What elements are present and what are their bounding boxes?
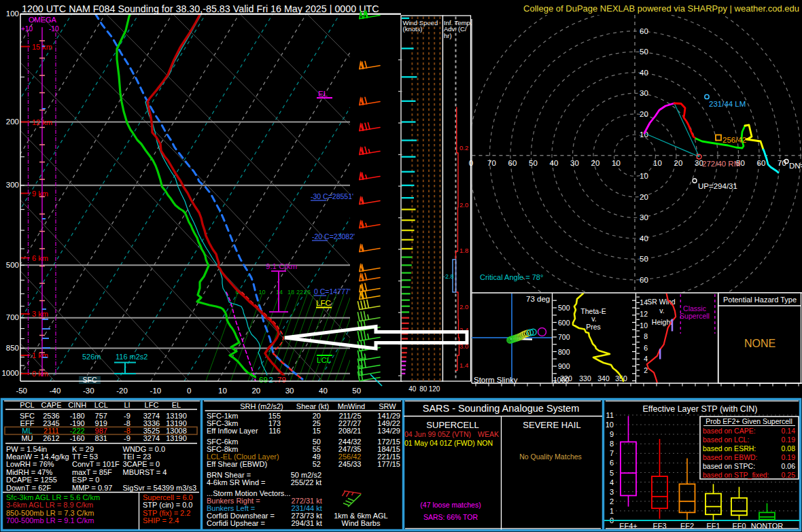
svg-text:6 km: 6 km <box>32 254 48 262</box>
svg-text:College of DuPage NEXLAB power: College of DuPage NEXLAB powered via SHA… <box>523 3 799 14</box>
svg-text:10: 10 <box>258 289 265 296</box>
svg-text:600: 600 <box>558 319 570 327</box>
svg-text:30: 30 <box>285 387 294 395</box>
svg-text:SRW: SRW <box>379 402 396 410</box>
svg-text:80: 80 <box>419 385 428 393</box>
svg-text:2.0: 2.0 <box>459 201 468 209</box>
svg-text:0.19: 0.19 <box>782 453 796 461</box>
svg-text:60: 60 <box>640 27 648 35</box>
svg-text:900: 900 <box>558 362 570 370</box>
svg-text:Potential Hazard Type: Potential Hazard Type <box>723 296 797 304</box>
svg-text:0.14: 0.14 <box>782 427 796 435</box>
svg-text:maxT = 85F: maxT = 85F <box>72 468 112 476</box>
svg-text:18: 18 <box>287 289 294 296</box>
svg-text:3 km: 3 km <box>32 310 48 318</box>
svg-text:200: 200 <box>6 118 19 126</box>
svg-text:Wind Barbs: Wind Barbs <box>342 519 381 527</box>
svg-text:-160: -160 <box>70 434 85 442</box>
svg-text:WEAK: WEAK <box>478 430 499 438</box>
svg-text:30: 30 <box>640 89 648 97</box>
svg-text:40: 40 <box>319 387 328 395</box>
svg-text:SRH (m2/s2): SRH (m2/s2) <box>240 402 283 410</box>
svg-text:-9: -9 <box>124 434 130 442</box>
svg-text:831: 831 <box>95 434 107 442</box>
svg-text:177/15: 177/15 <box>377 460 400 468</box>
svg-text:40: 40 <box>408 385 417 393</box>
svg-text:Sfc-3km AGL LR = 5.6 C/km: Sfc-3km AGL LR = 5.6 C/km <box>6 493 100 501</box>
svg-text:9 km: 9 km <box>32 190 48 198</box>
svg-text:40: 40 <box>640 234 648 243</box>
svg-text:based on CAPE:: based on CAPE: <box>703 427 756 435</box>
svg-text:based on ESRH:: based on ESRH: <box>703 444 756 453</box>
svg-text:EF1: EF1 <box>706 522 720 530</box>
svg-text:700-500mb LR = 9.1 C/km: 700-500mb LR = 9.1 C/km <box>6 516 94 525</box>
svg-text:8: 8 <box>610 440 614 448</box>
svg-text:73 deg: 73 deg <box>526 295 550 303</box>
svg-text:MBURST = 4: MBURST = 4 <box>123 468 167 476</box>
svg-text:-30 C=28551': -30 C=28551' <box>311 192 353 200</box>
svg-text:Pres: Pres <box>586 323 601 331</box>
svg-text:40: 40 <box>640 69 648 77</box>
svg-text:ConvT = 101F: ConvT = 101F <box>72 460 120 468</box>
svg-text:526m: 526m <box>82 353 101 361</box>
svg-text:10: 10 <box>218 387 227 395</box>
svg-text:1.4: 1.4 <box>459 361 468 369</box>
svg-text:STP (fix) = 2.2: STP (fix) = 2.2 <box>143 509 190 517</box>
svg-text:50: 50 <box>352 387 361 395</box>
svg-text:PW = 1.54in: PW = 1.54in <box>6 445 47 453</box>
svg-text:52: 52 <box>313 460 321 468</box>
svg-text:SFC: SFC <box>83 376 97 384</box>
svg-text:5: 5 <box>610 469 614 477</box>
svg-text:6: 6 <box>610 459 614 467</box>
svg-text:2: 2 <box>644 366 648 374</box>
svg-text:CAPE: CAPE <box>41 401 62 409</box>
svg-text:2: 2 <box>269 376 273 384</box>
svg-text:850-500mb LR = 7.3 C/km: 850-500mb LR = 7.3 C/km <box>6 509 94 517</box>
svg-text:LFC: LFC <box>316 299 331 307</box>
svg-text:15: 15 <box>313 427 321 435</box>
svg-text:294/31 kt: 294/31 kt <box>292 519 322 527</box>
svg-text:SEVERE HAIL: SEVERE HAIL <box>523 420 580 430</box>
svg-text:STP (cin) = 0.0: STP (cin) = 0.0 <box>143 501 192 509</box>
svg-text:NONE: NONE <box>744 338 775 349</box>
svg-text:LowRH = 76%: LowRH = 76% <box>6 460 54 468</box>
svg-text:20: 20 <box>640 193 648 201</box>
svg-text:4: 4 <box>610 478 614 486</box>
svg-text:60: 60 <box>508 159 517 167</box>
svg-text:134/29: 134/29 <box>377 427 400 435</box>
svg-text:(47 loose matches): (47 loose matches) <box>420 501 481 509</box>
svg-text:NONTOR: NONTOR <box>751 522 784 530</box>
svg-text:-10: -10 <box>150 387 162 395</box>
svg-text:20: 20 <box>674 159 683 167</box>
svg-text:0.19: 0.19 <box>782 436 796 444</box>
svg-text:2612: 2612 <box>43 434 59 442</box>
svg-text:01 May 04 01Z (FWD) NON: 01 May 04 01Z (FWD) NON <box>404 439 493 447</box>
svg-text:26: 26 <box>304 289 311 296</box>
svg-text:0: 0 <box>469 159 473 167</box>
svg-text:MeanW = 14.4g/kg: MeanW = 14.4g/kg <box>6 453 69 461</box>
svg-text:1: 1 <box>610 507 614 515</box>
svg-text:OMEGA: OMEGA <box>29 16 57 24</box>
svg-text:500: 500 <box>6 261 19 269</box>
svg-text:EF0: EF0 <box>732 522 746 530</box>
svg-text:60: 60 <box>757 159 766 167</box>
svg-text:.: . <box>275 376 277 384</box>
svg-text:3274: 3274 <box>143 434 160 442</box>
svg-text:UP=294/31: UP=294/31 <box>698 182 737 190</box>
svg-text:EF3: EF3 <box>652 522 666 530</box>
svg-text:hr): hr) <box>444 32 452 39</box>
svg-text:850: 850 <box>6 344 19 352</box>
svg-text:MidRH = 47%: MidRH = 47% <box>6 468 52 476</box>
svg-text:TEI = 23: TEI = 23 <box>123 453 152 461</box>
svg-text:ESP = 0: ESP = 0 <box>72 476 99 484</box>
svg-text:1.8: 1.8 <box>459 247 468 254</box>
svg-text:500: 500 <box>558 304 570 312</box>
svg-text:7: 7 <box>610 449 614 457</box>
svg-text:Eff Inflow Layer: Eff Inflow Layer <box>207 427 258 435</box>
svg-text:DownT = 62F: DownT = 62F <box>6 484 51 492</box>
svg-text:-40: -40 <box>50 387 61 395</box>
svg-text:10: 10 <box>606 421 614 429</box>
svg-text:K = 29: K = 29 <box>72 445 94 453</box>
svg-text:LCL: LCL <box>94 401 108 409</box>
svg-text:50: 50 <box>529 159 538 167</box>
